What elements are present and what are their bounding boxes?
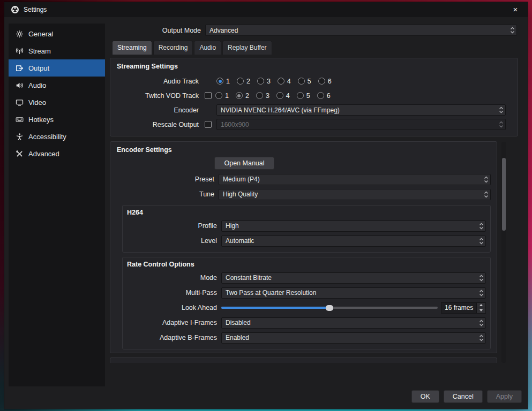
spin-buttons	[476, 302, 486, 314]
sidebar-item-accessibility[interactable]: Accessibility	[9, 128, 105, 145]
audio-track-option-5[interactable]: 5	[298, 78, 311, 85]
multi-pass-dropdown[interactable]: Two Pass at Quarter Resolution	[221, 287, 486, 299]
sidebar-item-output[interactable]: Output	[9, 59, 105, 77]
ok-button[interactable]: OK	[411, 390, 439, 403]
twitch-vod-checkbox[interactable]	[205, 92, 212, 99]
sidebar-item-general[interactable]: General	[9, 25, 105, 42]
encoder-controls: NVIDIA NVENC H.264/AVC (via FFmpeg)	[216, 104, 506, 116]
adaptive-i-frames-dropdown[interactable]: Disabled	[221, 317, 486, 329]
rescale-output-label: Rescale Output	[116, 121, 199, 128]
tab-replay-buffer[interactable]: Replay Buffer	[222, 41, 272, 55]
output-mode-row: Output Mode Advanced	[110, 25, 518, 36]
broadcast-icon	[16, 47, 24, 55]
preset-dropdown[interactable]: Medium (P4)	[219, 174, 491, 185]
profile-dropdown[interactable]: High	[221, 220, 486, 232]
rescale-resolution-value: 1600x900	[221, 121, 497, 128]
look-ahead-slider[interactable]	[221, 302, 438, 314]
radio-icon[interactable]	[278, 78, 284, 85]
adaptive-b-frames-dropdown[interactable]: Enabled	[221, 332, 486, 344]
sidebar-item-video[interactable]: Video	[9, 94, 105, 111]
audio-track-option-2[interactable]: 2	[237, 78, 250, 85]
slider-handle[interactable]	[326, 305, 333, 311]
radio-icon[interactable]	[317, 92, 324, 99]
open-manual-button[interactable]: Open Manual	[214, 157, 274, 170]
audio-track-option-6[interactable]: 6	[318, 78, 332, 85]
spin-up-button[interactable]	[476, 302, 486, 308]
output-mode-dropdown[interactable]: Advanced	[205, 25, 517, 36]
vod-track-option-5[interactable]: 5	[297, 92, 310, 100]
radio-label: 3	[266, 92, 269, 100]
encoder-row: Encoder NVIDIA NVENC H.264/AVC (via FFmp…	[116, 103, 506, 117]
rate-mode-dropdown[interactable]: Constant Bitrate	[221, 272, 486, 284]
rate-mode-value: Constant Bitrate	[226, 274, 477, 281]
dropdown-arrows-icon	[477, 221, 485, 231]
profile-value: High	[226, 222, 477, 230]
apply-button[interactable]: Apply	[487, 390, 522, 403]
group-title: Streaming Settings	[117, 63, 506, 70]
radio-icon[interactable]	[216, 78, 223, 85]
radio-icon[interactable]	[297, 92, 304, 99]
radio-label: 6	[327, 92, 331, 100]
encoder-scroll-area: Encoder Settings Open Manual Preset Medi…	[110, 141, 506, 363]
vod-track-option-6[interactable]: 6	[317, 92, 331, 100]
tab-audio[interactable]: Audio	[194, 41, 221, 55]
rescale-resolution-dropdown[interactable]: 1600x900	[216, 119, 506, 130]
tools-icon	[16, 150, 24, 158]
twitch-vod-track-row: Twitch VOD Track 1 2 3 4 5 6	[116, 88, 506, 103]
sidebar-item-advanced[interactable]: Advanced	[9, 145, 105, 162]
sidebar-label: Hotkeys	[28, 116, 54, 124]
spin-down-button[interactable]	[476, 308, 486, 314]
radio-label: 4	[286, 92, 290, 100]
mode-label: Mode	[126, 274, 217, 281]
audio-track-option-1[interactable]: 1	[216, 78, 230, 85]
tab-streaming[interactable]: Streaming	[112, 41, 152, 55]
radio-icon[interactable]	[236, 92, 243, 99]
tune-dropdown[interactable]: High Quality	[219, 189, 491, 200]
h264-group: H264 Profile High Level	[122, 205, 491, 253]
output-tabs: Streaming Recording Audio Replay Buffer	[110, 41, 518, 55]
vod-track-option-2[interactable]: 2	[236, 92, 249, 100]
up-arrow-icon	[479, 304, 483, 306]
radio-icon[interactable]	[237, 78, 244, 85]
radio-icon[interactable]	[298, 78, 305, 85]
multi-pass-value: Two Pass at Quarter Resolution	[226, 289, 477, 296]
window-title: Settings	[24, 6, 47, 13]
adaptive-i-frames-label: Adaptive I-Frames	[126, 319, 217, 326]
cancel-button[interactable]: Cancel	[444, 390, 483, 403]
vod-track-option-3[interactable]: 3	[256, 92, 269, 100]
radio-icon[interactable]	[318, 78, 325, 85]
close-button[interactable]: ×	[503, 2, 528, 17]
sidebar-item-stream[interactable]: Stream	[9, 42, 105, 59]
titlebar[interactable]: Settings ×	[4, 2, 528, 17]
vertical-scrollbar[interactable]	[501, 142, 506, 363]
group-title: Encoder Settings	[117, 146, 491, 154]
radio-label: 1	[225, 92, 229, 100]
radio-label: 1	[226, 78, 230, 85]
radio-icon[interactable]	[215, 92, 222, 99]
audio-track-option-3[interactable]: 3	[257, 78, 271, 85]
audio-track-option-4[interactable]: 4	[278, 78, 291, 85]
vod-track-option-4[interactable]: 4	[276, 92, 290, 100]
scrollbar-thumb[interactable]	[502, 158, 506, 231]
radio-icon[interactable]	[257, 78, 264, 85]
sidebar-item-hotkeys[interactable]: Hotkeys	[9, 111, 105, 128]
vod-track-option-1[interactable]: 1	[215, 92, 229, 100]
twitch-vod-radio-group: 1 2 3 4 5 6	[215, 92, 338, 100]
rescale-output-checkbox[interactable]	[205, 121, 212, 128]
dropdown-arrows-icon	[497, 119, 505, 130]
group-title: H264	[127, 209, 486, 216]
encoder-dropdown[interactable]: NVIDIA NVENC H.264/AVC (via FFmpeg)	[216, 104, 506, 116]
sidebar-item-audio[interactable]: Audio	[9, 77, 105, 94]
down-arrow-icon	[479, 309, 483, 311]
radio-icon[interactable]	[276, 92, 283, 99]
look-ahead-value[interactable]: 16 frames	[441, 302, 476, 314]
streaming-settings-group: Streaming Settings Audio Track 1 2 3 4 5…	[110, 58, 518, 136]
gear-icon	[16, 30, 24, 38]
level-dropdown[interactable]: Automatic	[221, 235, 486, 247]
dropdown-arrows-icon	[477, 318, 485, 328]
rescale-controls: 1600x900	[205, 119, 506, 130]
radio-icon[interactable]	[256, 92, 263, 99]
preset-value: Medium (P4)	[223, 176, 482, 183]
sidebar-label: Video	[28, 98, 46, 106]
tab-recording[interactable]: Recording	[153, 41, 193, 55]
